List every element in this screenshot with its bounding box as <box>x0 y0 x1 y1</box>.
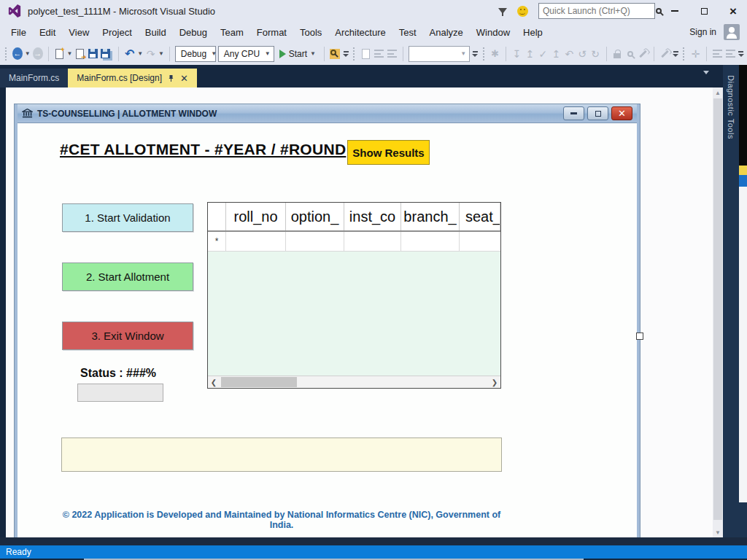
undo-icon[interactable]: ↶ <box>124 47 135 61</box>
minimize-button[interactable] <box>665 4 684 18</box>
navigate-back-dropdown-icon[interactable]: ▼ <box>25 50 31 57</box>
save-all-icon[interactable] <box>101 49 110 58</box>
form-resize-handle[interactable] <box>636 332 643 340</box>
solution-configuration-select[interactable]: Debug▼ <box>175 46 216 62</box>
menu-help[interactable]: Help <box>516 24 549 41</box>
menu-build[interactable]: Build <box>139 24 173 41</box>
save-icon[interactable] <box>88 49 98 58</box>
menu-view[interactable]: View <box>62 24 96 41</box>
scroll-up-icon[interactable]: ▲ <box>713 88 723 98</box>
grid-column-seat[interactable]: seat_ <box>460 203 500 230</box>
designer-vertical-scrollbar[interactable]: ▲ ▼ <box>713 88 723 537</box>
tab-close-icon[interactable]: ✕ <box>180 74 188 83</box>
sign-in-link[interactable]: Sign in <box>689 27 716 37</box>
redo-dropdown-icon: ▼ <box>158 50 164 57</box>
new-file-dropdown-icon[interactable]: ▼ <box>67 50 73 57</box>
solution-platform-select[interactable]: Any CPU▼ <box>218 46 274 62</box>
menu-analyze[interactable]: Analyze <box>423 24 470 41</box>
indent-lines-icon <box>374 50 384 58</box>
pin-icon[interactable] <box>168 74 174 82</box>
preview-search-icon <box>627 51 633 57</box>
menu-architecture[interactable]: Architecture <box>328 24 392 41</box>
toolbar-grip[interactable] <box>5 47 8 61</box>
properties-wrench-icon <box>661 50 669 58</box>
grid-row-selector-header[interactable] <box>208 203 226 230</box>
menu-format[interactable]: Format <box>250 24 293 41</box>
progress-bar <box>77 384 163 402</box>
message-textbox[interactable] <box>61 438 502 472</box>
menu-debug[interactable]: Debug <box>173 24 214 41</box>
grid-column-branch[interactable]: branch_ <box>401 203 460 230</box>
new-row-marker: * <box>208 232 226 251</box>
exit-window-button[interactable]: 3. Exit Window <box>62 322 193 350</box>
grid-column-option[interactable]: option_ <box>286 203 344 230</box>
menu-team[interactable]: Team <box>214 24 250 41</box>
start-debug-button[interactable]: Start ▼ <box>276 49 319 59</box>
start-validation-button[interactable]: 1. Start Validation <box>62 203 193 232</box>
toolbar-overflow-icon[interactable] <box>343 51 349 57</box>
scroll-right-icon[interactable]: ❯ <box>489 376 500 388</box>
user-avatar-icon[interactable] <box>724 24 740 40</box>
pull-changes-icon: ↧ <box>511 47 522 61</box>
text-style-combobox[interactable]: ▼ <box>409 46 471 62</box>
wrench-icon <box>640 50 648 58</box>
quick-launch-input[interactable] <box>543 6 656 16</box>
background-window-sliver <box>739 65 747 559</box>
grid-new-row[interactable]: * <box>208 232 500 252</box>
undo-dropdown-icon[interactable]: ▼ <box>137 50 143 57</box>
menu-file[interactable]: File <box>4 24 33 41</box>
redo-icon: ↷ <box>145 47 156 61</box>
grid-empty-area <box>208 252 500 376</box>
scroll-down-icon[interactable]: ▼ <box>713 527 723 537</box>
vs-window: polycet_test_1111M - Microsoft Visual St… <box>0 0 747 560</box>
toolbar-overflow-icon[interactable] <box>472 51 478 57</box>
toolbar-overflow-icon[interactable] <box>673 51 678 57</box>
status-bar-text: Ready <box>6 547 31 557</box>
menu-project[interactable]: Project <box>96 24 138 41</box>
grid-header-row: roll_no option_ inst_co branch_ seat_ <box>208 203 500 232</box>
toolbar-grip[interactable] <box>483 47 486 61</box>
navigate-forward-icon: → <box>33 47 43 60</box>
form-maximize-button[interactable] <box>587 106 608 120</box>
document-outline-icon <box>362 49 370 59</box>
show-results-button[interactable]: Show Results <box>347 140 430 165</box>
start-allotment-button[interactable]: 2. Start Allotment <box>62 262 193 291</box>
align-lefts-icon <box>713 50 722 58</box>
grid-column-roll-no[interactable]: roll_no <box>226 203 286 230</box>
menu-window[interactable]: Window <box>470 24 516 41</box>
quick-launch-box[interactable] <box>538 3 655 19</box>
add-item-icon[interactable]: ➜ <box>76 49 84 59</box>
feedback-smiley-icon[interactable] <box>517 6 528 17</box>
form-title: TS-COUNSELLING | ALLOTMENT WINDOW <box>37 109 217 119</box>
settings-gear-icon: ✱ <box>489 47 500 61</box>
menu-test[interactable]: Test <box>392 24 423 41</box>
form-close-button[interactable]: ✕ <box>611 106 632 120</box>
refresh-icon: ↻ <box>590 47 601 61</box>
app-titlebar: polycet_test_1111M - Microsoft Visual St… <box>0 0 747 22</box>
tab-list-dropdown-icon[interactable] <box>703 71 709 74</box>
form-titlebar[interactable]: TS-COUNSELLING | ALLOTMENT WINDOW ✕ <box>18 104 637 123</box>
new-file-icon[interactable]: ✦ <box>55 49 63 59</box>
scrollbar-thumb[interactable] <box>221 377 297 387</box>
allotment-heading: #CET ALLOTMENT - #YEAR / #ROUND <box>60 141 346 158</box>
find-in-files-icon[interactable] <box>330 49 340 59</box>
close-button[interactable]: × <box>724 4 743 18</box>
grid-horizontal-scrollbar[interactable]: ❮ ❯ <box>208 376 500 388</box>
tab-mainform-cs[interactable]: MainForm.cs <box>0 69 68 88</box>
menu-tools[interactable]: Tools <box>293 24 328 41</box>
diagnostic-tools-panel-tab[interactable]: Diagnostic Tools <box>723 65 739 559</box>
toolbar-overflow-icon[interactable] <box>738 51 744 57</box>
tab-mainform-design[interactable]: MainForm.cs [Design] ✕ <box>68 69 197 88</box>
toolbar-grip[interactable] <box>353 47 356 61</box>
scrollbar-thumb[interactable] <box>713 98 722 520</box>
menu-edit[interactable]: Edit <box>33 24 62 41</box>
grid-column-inst-co[interactable]: inst_co <box>344 203 401 230</box>
toolbar-grip[interactable] <box>683 47 686 61</box>
diagnostic-tools-label: Diagnostic Tools <box>727 75 735 139</box>
restore-button[interactable] <box>694 4 713 18</box>
navigate-back-icon[interactable]: ← <box>12 47 23 60</box>
form-minimize-button[interactable] <box>563 106 584 120</box>
feedback-filter-icon[interactable] <box>498 8 507 14</box>
visual-studio-logo-icon <box>7 4 22 18</box>
scroll-left-icon[interactable]: ❮ <box>208 376 220 388</box>
